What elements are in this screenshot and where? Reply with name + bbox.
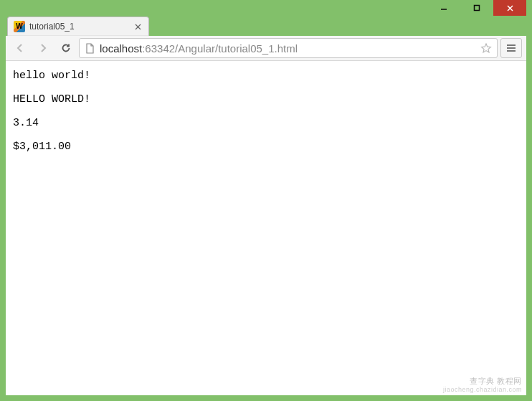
back-button[interactable] [10, 38, 30, 58]
page-icon [84, 42, 95, 54]
page-text-line: HELLO WORLD! [13, 93, 519, 105]
arrow-right-icon [37, 42, 49, 54]
reload-icon [60, 42, 72, 54]
chrome-menu-button[interactable] [500, 38, 522, 58]
tab-strip: W tutorial05_1 [6, 16, 526, 36]
url-port: :63342 [142, 42, 175, 55]
window-maximize-button[interactable] [460, 0, 493, 16]
address-bar[interactable]: localhost:63342/Angular/tutorial05_1.htm… [79, 38, 498, 58]
tab-close-button[interactable] [133, 22, 143, 32]
url-path: /Angular/tutorial05_1.html [175, 42, 298, 55]
close-icon [135, 24, 141, 30]
address-url: localhost:63342/Angular/tutorial05_1.htm… [100, 42, 475, 55]
arrow-left-icon [14, 42, 26, 54]
minimize-icon [440, 4, 447, 11]
browser-window: W tutorial05_1 localhost:63342/Angular/t… [0, 0, 532, 401]
star-icon [480, 42, 492, 54]
forward-button[interactable] [33, 38, 53, 58]
url-host: localhost [100, 42, 142, 55]
browser-tab[interactable]: W tutorial05_1 [7, 16, 149, 36]
page-text-line: 3.14 [13, 117, 519, 129]
page-content: hello world! HELLO WORLD! 3.14 $3,011.00 [6, 61, 526, 395]
tab-title: tutorial05_1 [29, 22, 133, 32]
page-text-line: $3,011.00 [13, 141, 519, 153]
new-tab-button[interactable] [149, 17, 169, 36]
svg-rect-1 [475, 6, 480, 11]
tab-favicon: W [14, 21, 25, 32]
browser-toolbar: localhost:63342/Angular/tutorial05_1.htm… [6, 36, 526, 61]
maximize-icon [473, 4, 480, 11]
window-minimize-button[interactable] [427, 0, 460, 16]
hamburger-icon [506, 44, 516, 52]
close-icon [506, 4, 514, 12]
window-titlebar [6, 0, 526, 16]
page-text-line: hello world! [13, 70, 519, 82]
reload-button[interactable] [56, 38, 76, 58]
window-close-button[interactable] [493, 0, 526, 16]
bookmark-button[interactable] [480, 42, 493, 55]
